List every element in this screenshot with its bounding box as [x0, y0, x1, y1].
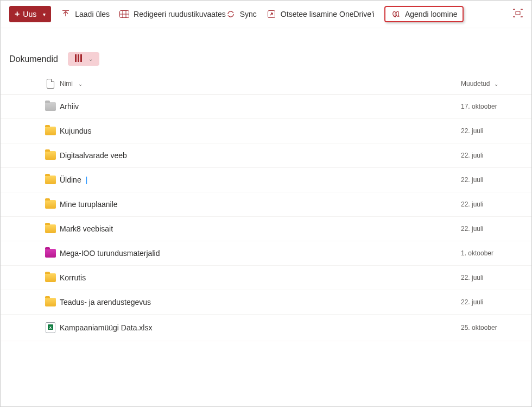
item-modified: 22. juuli	[461, 274, 521, 281]
page-header: Dokumendid ⌄	[1, 28, 531, 73]
list-item[interactable]: Mark8 veebisait22. juuli	[1, 217, 531, 241]
item-modified: 22. juuli	[461, 298, 521, 306]
copilot-icon	[391, 9, 401, 19]
agent-label: Agendi loomine	[405, 10, 458, 18]
svg-rect-7	[80, 54, 82, 62]
folder-icon	[45, 200, 56, 209]
item-modified: 22. juuli	[461, 127, 521, 135]
item-modified: 22. juuli	[461, 152, 521, 159]
chevron-down-icon: ▾	[43, 11, 46, 17]
item-icon-cell	[41, 200, 60, 209]
svg-rect-5	[75, 54, 77, 62]
new-button-label: Uus	[23, 10, 36, 18]
chevron-down-icon: ⌄	[494, 81, 498, 87]
item-modified: 25. oktoober	[461, 324, 521, 331]
item-name[interactable]: Korrutis	[60, 273, 461, 282]
folder-icon	[45, 127, 56, 135]
sync-icon	[226, 9, 236, 19]
chevron-down-icon: ⌄	[78, 81, 83, 87]
item-name-label: Arhiiv	[60, 102, 79, 111]
item-name[interactable]: Mega-IOO turundusmaterjalid	[60, 249, 461, 258]
plus-icon: +	[15, 9, 20, 19]
grid-icon	[119, 9, 129, 19]
chevron-down-icon: ⌄	[88, 56, 93, 62]
cursor-caret: |	[86, 176, 88, 184]
item-modified: 1. oktoober	[461, 249, 521, 257]
list-item[interactable]: Mine turuplaanile22. juuli	[1, 192, 531, 217]
upload-button[interactable]: Laadi üles	[61, 9, 110, 19]
list-item[interactable]: Korrutis22. juuli	[1, 266, 531, 290]
upload-label: Laadi üles	[75, 10, 110, 18]
item-icon-cell	[41, 322, 60, 333]
item-name-label: Mark8 veebisait	[60, 224, 113, 233]
item-modified: 17. oktoober	[461, 103, 521, 110]
list-item[interactable]: Digitaalvarade veeb22. juuli	[1, 143, 531, 168]
folder-icon	[45, 298, 56, 306]
list-item[interactable]: Kujundus22. juuli	[1, 119, 531, 143]
svg-rect-6	[78, 54, 79, 62]
create-agent-button[interactable]: Agendi loomine	[384, 6, 464, 22]
item-name[interactable]: Arhiiv	[60, 102, 461, 111]
grid-label: Redigeeri ruudustikuvaates	[134, 10, 226, 18]
item-name-label: Üldine	[60, 176, 81, 184]
item-name[interactable]: Üldine|	[60, 176, 461, 184]
add-shortcut-button[interactable]: Otsetee lisamine OneDrive'i	[267, 9, 375, 19]
item-name-label: Korrutis	[60, 273, 86, 282]
upload-icon	[61, 9, 71, 19]
list-item[interactable]: Mega-IOO turundusmaterjalid1. oktoober	[1, 241, 531, 266]
folder-icon	[45, 273, 56, 282]
item-icon-cell	[41, 249, 60, 258]
item-modified: 22. juuli	[461, 201, 521, 208]
item-name-label: Mine turuplaanile	[60, 200, 118, 209]
sync-button[interactable]: Sync	[226, 9, 257, 19]
folder-icon	[45, 176, 56, 184]
shortcut-icon	[267, 9, 276, 19]
item-name[interactable]: Teadus- ja arendustegevus	[60, 298, 461, 306]
name-column-label: Nimi	[60, 80, 73, 87]
page-title: Dokumendid	[9, 54, 58, 64]
automate-icon[interactable]	[513, 9, 523, 20]
item-icon-cell	[41, 151, 60, 160]
list-item[interactable]: Teadus- ja arendustegevus22. juuli	[1, 290, 531, 315]
edit-grid-button[interactable]: Redigeeri ruudustikuvaates	[119, 9, 226, 19]
modified-column-header[interactable]: Muudetud ⌄	[461, 80, 521, 87]
folder-icon	[45, 102, 56, 111]
folder-icon	[45, 151, 56, 160]
item-icon-cell	[41, 176, 60, 184]
item-modified: 22. juuli	[461, 176, 521, 184]
item-name-label: Teadus- ja arendustegevus	[60, 298, 151, 306]
list-item[interactable]: Arhiiv17. oktoober	[1, 95, 531, 119]
command-bar: + Uus ▾ Laadi üles Redigeeri ruudustikuv…	[1, 1, 531, 28]
item-name[interactable]: Mark8 veebisait	[60, 224, 461, 233]
item-name-label: Kujundus	[60, 127, 91, 135]
item-icon-cell	[41, 102, 60, 111]
type-column-header[interactable]	[41, 79, 60, 89]
column-headers: Nimi ⌄ Muudetud ⌄	[1, 73, 531, 95]
view-switcher[interactable]: ⌄	[68, 52, 99, 66]
item-name[interactable]: Kujundus	[60, 127, 461, 135]
item-name[interactable]: Mine turuplaanile	[60, 200, 461, 209]
item-name[interactable]: Digitaalvarade veeb	[60, 151, 461, 160]
folder-icon	[45, 224, 56, 233]
sync-label: Sync	[240, 10, 257, 18]
item-icon-cell	[41, 127, 60, 135]
item-name-label: Kampaaniamüügi Data.xlsx	[60, 323, 152, 332]
new-button[interactable]: + Uus ▾	[9, 6, 51, 22]
item-name-label: Digitaalvarade veeb	[60, 151, 127, 160]
item-icon-cell	[41, 298, 60, 306]
item-icon-cell	[41, 224, 60, 233]
document-icon	[47, 79, 54, 89]
shortcut-label: Otsetee lisamine OneDrive'i	[281, 10, 375, 18]
modified-column-label: Muudetud	[461, 80, 490, 87]
item-name[interactable]: Kampaaniamüügi Data.xlsx	[60, 323, 461, 332]
file-list: Arhiiv17. oktooberKujundus22. juuliDigit…	[1, 95, 531, 341]
list-view-icon	[74, 54, 83, 64]
folder-icon	[45, 249, 56, 258]
list-item[interactable]: Kampaaniamüügi Data.xlsx25. oktoober	[1, 315, 531, 341]
excel-icon	[46, 322, 55, 333]
item-icon-cell	[41, 273, 60, 282]
item-modified: 22. juuli	[461, 225, 521, 233]
name-column-header[interactable]: Nimi ⌄	[60, 80, 461, 87]
item-name-label: Mega-IOO turundusmaterjalid	[60, 249, 160, 258]
list-item[interactable]: Üldine|22. juuli	[1, 168, 531, 192]
